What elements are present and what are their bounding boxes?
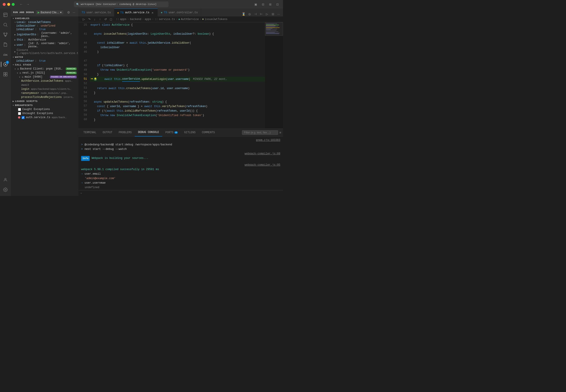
frame-login[interactable]: login apps/backend/apps/client/s… — [11, 87, 78, 91]
more-actions-icon[interactable]: ··· — [276, 12, 281, 16]
pnpm-link[interactable]: pnpm.cjs:103383 — [256, 139, 280, 142]
bp-uncaught-exceptions[interactable]: Uncaught Exceptions — [13, 112, 78, 115]
tab-gitlens[interactable]: GITLENS — [181, 129, 198, 137]
activity-icon-run-debug[interactable]: 1 — [1, 60, 10, 69]
bc-backend[interactable]: backend — [130, 18, 141, 21]
step-into-button[interactable]: ↓ — [92, 17, 97, 22]
minimap-slider[interactable] — [265, 22, 283, 36]
activity-icon-search[interactable] — [1, 20, 10, 29]
search-bar[interactable]: 🔍 workspace [Dev Container: codedang @ d… — [74, 1, 168, 7]
outline-icon[interactable]: ◎ — [247, 12, 252, 16]
restart-button[interactable]: ↺ — [103, 17, 108, 22]
call-stack-section-title[interactable]: ▾ CALL STACK — [11, 63, 78, 67]
stop-button[interactable]: ◻ — [109, 17, 113, 22]
tab-terminal[interactable]: TERMINAL — [80, 129, 100, 137]
var-is-social-user[interactable]: isSocialUser: undefined — [13, 24, 78, 28]
history-icon[interactable]: ⌛ — [241, 12, 246, 16]
bp-auth-service[interactable]: auth.service.ts apps/back… — [13, 115, 78, 119]
chevron-down-icon: ▾ — [15, 68, 16, 70]
undefined-value: undefined — [85, 185, 99, 190]
webpack-link-1[interactable]: webpack-compiler.js:60 — [245, 152, 280, 155]
watch-section-title[interactable]: ▾ WATCH — [11, 55, 78, 59]
layout-button-2[interactable]: ⊟ — [260, 2, 266, 7]
minimap[interactable] — [265, 22, 283, 128]
continue-button[interactable]: ▷ — [82, 17, 86, 22]
auth-service-bp-checkbox[interactable] — [22, 116, 25, 119]
uncaught-exceptions-checkbox[interactable] — [18, 112, 21, 115]
variables-section-title[interactable]: ▾ VARIABLES — [11, 16, 78, 20]
svg-rect-0 — [4, 13, 7, 17]
var-closure[interactable]: ▶ Closure (./apps/client/src/auth/auth.s… — [13, 48, 78, 55]
layout-button-4[interactable]: ⊡ — [274, 2, 280, 7]
split-left-icon[interactable]: ⊣ — [253, 12, 258, 16]
tab-output[interactable]: OUTPUT — [100, 129, 116, 137]
more-actions-icon[interactable]: ··· — [72, 10, 76, 15]
tab-problems[interactable]: PROBLEMS — [116, 129, 135, 137]
console-input[interactable] — [83, 192, 281, 195]
frame-await[interactable]: await — [11, 83, 78, 87]
tab-ports[interactable]: PORTS 8 — [162, 129, 181, 137]
frame-process-ticks[interactable]: processTicksAndRejections intern… — [11, 95, 78, 99]
bc-auth-service[interactable]: AuthService — [181, 18, 199, 21]
close-tab-icon[interactable]: ✕ — [151, 11, 154, 14]
layout-button-1[interactable]: ▣ — [253, 2, 259, 7]
local-scope-item[interactable]: ▾ Local: issueJwtTokens — [13, 20, 78, 24]
activity-icon-explorer[interactable] — [1, 10, 10, 19]
editor-area: TS user.service.ts ◉ TS auth.service.ts … — [78, 9, 283, 196]
loaded-scripts-title[interactable]: ▶ LOADED SCRIPTS — [11, 99, 78, 103]
code-line-56: async updateJwtTokens(refreshToken: stri… — [90, 100, 265, 104]
bc-apps2[interactable]: apps — [145, 18, 151, 21]
caught-exceptions-checkbox[interactable] — [18, 108, 21, 111]
gear-icon[interactable]: ⚙ — [66, 10, 71, 15]
debug-toolbar: RUN AND DEBUG ▶ Backend Clie… ▾ ⚙ ··· — [11, 9, 78, 16]
split-editor-icon[interactable]: ⊟ — [270, 12, 275, 16]
bp-caught-exceptions[interactable]: Caught Exceptions — [13, 107, 78, 112]
chevron-right-icon: ▶ — [15, 44, 16, 46]
bc-service-ts[interactable]: service.ts — [159, 18, 175, 21]
tab-debug-console[interactable]: DEBUG CONSOLE — [135, 129, 162, 137]
layout-button-3[interactable]: ⊞ — [267, 2, 273, 7]
nav-forward-button[interactable]: → — [25, 2, 31, 7]
console-spacer — [81, 161, 280, 163]
svg-rect-12 — [4, 74, 5, 76]
call-stack-backend-client[interactable]: ▾ ⚙ Backend Client: pnpm [916… RUNNING — [11, 67, 78, 71]
split-right-icon[interactable]: ⊢ — [259, 12, 264, 16]
filter-input[interactable] — [242, 130, 278, 135]
activity-icon-account[interactable] — [1, 175, 10, 184]
tab-comments[interactable]: COMMENTS — [199, 129, 218, 137]
var-login-user-dto[interactable]: ▶ loginUserDto: {username: 'admin', pass… — [13, 31, 78, 38]
frame-anonymous[interactable]: <anonymous> node_modules/.pnp… — [11, 91, 78, 95]
step-out-button[interactable]: ↑ — [98, 17, 102, 22]
activity-icon-source-control[interactable] — [1, 30, 10, 39]
arrow-icon-2: → — [81, 181, 83, 185]
tab-user-service[interactable]: TS user.service.ts — [78, 9, 114, 16]
call-stack-nestjs[interactable]: ▾ ⚙ nest.js [9221] RUNNING — [11, 71, 78, 75]
activity-icon-extensions[interactable] — [1, 70, 10, 79]
activity-icon-docker[interactable] — [1, 50, 10, 59]
tab-user-controller[interactable]: ◈ TS user.controller.ts — [158, 9, 201, 16]
webpack-link-2[interactable]: webpack-compiler.js:95 — [245, 163, 280, 167]
bc-issue-jwt[interactable]: issueJwtTokens — [205, 18, 228, 21]
code-line-blank2 — [90, 36, 265, 41]
bc-apps[interactable]: apps — [120, 18, 126, 21]
close-button[interactable] — [3, 3, 6, 6]
call-stack-main[interactable]: ▾ ⚙ main [9496] PAUSED ON BREAKPOINT — [11, 75, 78, 79]
debug-config-button[interactable]: ▶ Backend Clie… ▾ — [36, 10, 63, 14]
chevron-right-icon: ▶ — [15, 33, 16, 36]
frame-auth-service[interactable]: AuthService.issueJwtTokens apps… — [11, 79, 78, 83]
watch-item-0[interactable]: isValidUser: true — [13, 59, 78, 63]
activity-icon-testing[interactable] — [1, 40, 10, 49]
tab-auth-service[interactable]: ◉ TS auth.service.ts ✕ — [114, 9, 158, 16]
nav-back-button[interactable]: ← — [18, 2, 24, 7]
maximize-button[interactable] — [12, 3, 15, 6]
minimize-button[interactable] — [7, 3, 10, 6]
activity-icon-settings[interactable] — [1, 185, 10, 194]
breakpoints-section-title[interactable]: ▾ BREAKPOINTS — [11, 103, 78, 107]
prompt-icon: > — [81, 142, 83, 147]
var-this[interactable]: ▶ this: AuthService — [13, 38, 78, 42]
step-over-button[interactable]: ↷ — [87, 17, 91, 22]
run-code-icon[interactable]: ▷ — [265, 12, 269, 16]
filter-clear-icon[interactable]: ≡ — [279, 131, 281, 134]
var-is-valid-user[interactable]: isValidUser: true — [13, 28, 78, 31]
var-user[interactable]: ▶ user: {id: 2, username: 'admin', passw… — [13, 42, 78, 48]
